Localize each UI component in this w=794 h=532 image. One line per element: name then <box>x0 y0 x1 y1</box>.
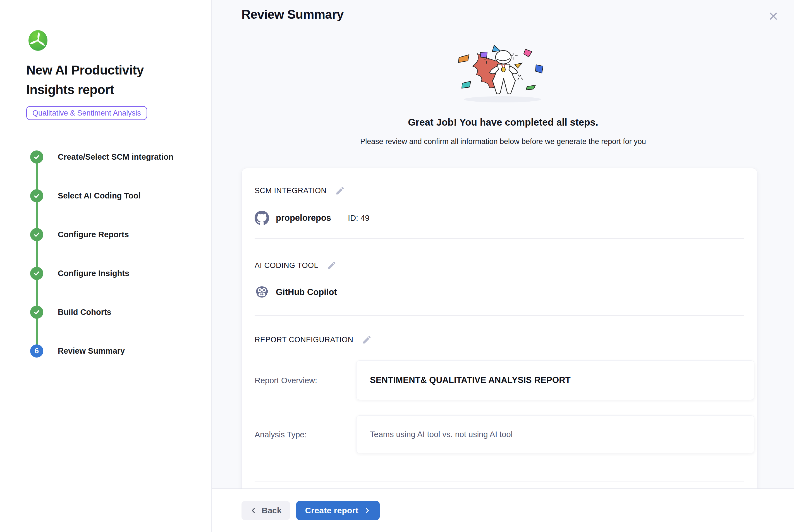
wizard-sidebar: New AI Productivity Insights report Qual… <box>0 0 212 532</box>
page-title: Review Summary <box>242 7 344 22</box>
step-configure-insights[interactable]: Configure Insights <box>30 267 129 280</box>
create-report-button[interactable]: Create report <box>296 501 380 520</box>
pencil-icon <box>362 335 372 345</box>
step-label: Review Summary <box>58 346 125 356</box>
stepper-connector-line <box>36 157 38 351</box>
step-configure-reports[interactable]: Configure Reports <box>30 228 129 241</box>
scm-integration-id: ID: 49 <box>348 213 370 223</box>
check-icon <box>33 231 40 239</box>
success-message: Great Job! You have completed all steps. <box>212 117 794 128</box>
step-complete-circle <box>30 150 43 164</box>
report-overview-label: Report Overview: <box>254 376 317 385</box>
section-label: SCM INTEGRATION <box>254 187 327 195</box>
section-label: REPORT CONFIGURATION <box>254 336 354 344</box>
celebration-superhero-illustration <box>444 41 561 109</box>
step-review-summary[interactable]: 6 Review Summary <box>30 344 125 358</box>
ai-coding-tool-value-row: GitHub Copilot <box>254 285 337 300</box>
close-icon <box>768 10 779 22</box>
pencil-icon <box>327 261 337 270</box>
back-button[interactable]: Back <box>242 501 290 520</box>
step-label: Configure Insights <box>58 269 129 278</box>
wizard-footer: Back Create report <box>212 489 794 532</box>
summary-card: SCM INTEGRATION propelorepos ID: 49 AI C… <box>242 168 757 503</box>
step-current-circle: 6 <box>30 344 43 358</box>
success-subtitle: Please review and confirm all informatio… <box>212 137 794 146</box>
check-icon <box>33 153 40 161</box>
step-label: Configure Reports <box>58 230 129 239</box>
report-title: New AI Productivity Insights report <box>26 60 194 99</box>
ai-coding-tool-section-header: AI CODING TOOL <box>254 261 337 270</box>
step-label: Create/Select SCM integration <box>58 152 173 162</box>
scm-integration-value-row: propelorepos ID: 49 <box>254 211 370 225</box>
propeller-logo <box>28 30 48 53</box>
step-complete-circle <box>30 189 43 202</box>
section-divider <box>254 315 744 316</box>
chevron-right-icon <box>363 507 371 514</box>
create-report-button-label: Create report <box>305 506 358 515</box>
scm-integration-name: propelorepos <box>276 213 331 223</box>
section-label: AI CODING TOOL <box>254 261 318 270</box>
step-complete-circle <box>30 267 43 280</box>
check-icon <box>33 308 40 316</box>
chevron-left-icon <box>250 507 257 514</box>
step-label: Build Cohorts <box>58 308 111 317</box>
report-configuration-section-header: REPORT CONFIGURATION <box>254 335 372 345</box>
report-type-badge: Qualitative & Sentiment Analysis <box>26 106 147 120</box>
step-create-select-scm-integration[interactable]: Create/Select SCM integration <box>30 150 173 164</box>
github-icon <box>254 211 269 225</box>
edit-report-configuration-button[interactable] <box>362 335 372 345</box>
step-label: Select AI Coding Tool <box>58 191 140 201</box>
close-button[interactable] <box>767 10 780 23</box>
section-divider <box>254 238 744 239</box>
analysis-type-label: Analysis Type: <box>254 430 306 439</box>
pencil-icon <box>335 186 345 196</box>
ai-coding-tool-name: GitHub Copilot <box>276 287 337 297</box>
analysis-type-value: Teams using AI tool vs. not using AI too… <box>356 415 754 453</box>
report-overview-value: SENTIMENT& QUALITATIVE ANALYSIS REPORT <box>356 360 754 400</box>
review-summary-panel: Review Summary <box>212 0 794 532</box>
section-divider <box>254 481 744 481</box>
scm-integration-section-header: SCM INTEGRATION <box>254 186 345 196</box>
copilot-icon <box>254 285 269 300</box>
step-complete-circle <box>30 306 43 319</box>
back-button-label: Back <box>262 506 282 515</box>
step-build-cohorts[interactable]: Build Cohorts <box>30 306 111 319</box>
step-complete-circle <box>30 228 43 241</box>
check-icon <box>33 192 40 200</box>
check-icon <box>33 270 40 277</box>
edit-scm-integration-button[interactable] <box>335 186 345 196</box>
step-number: 6 <box>35 347 39 355</box>
step-select-ai-coding-tool[interactable]: Select AI Coding Tool <box>30 189 140 202</box>
edit-ai-coding-tool-button[interactable] <box>327 261 337 270</box>
